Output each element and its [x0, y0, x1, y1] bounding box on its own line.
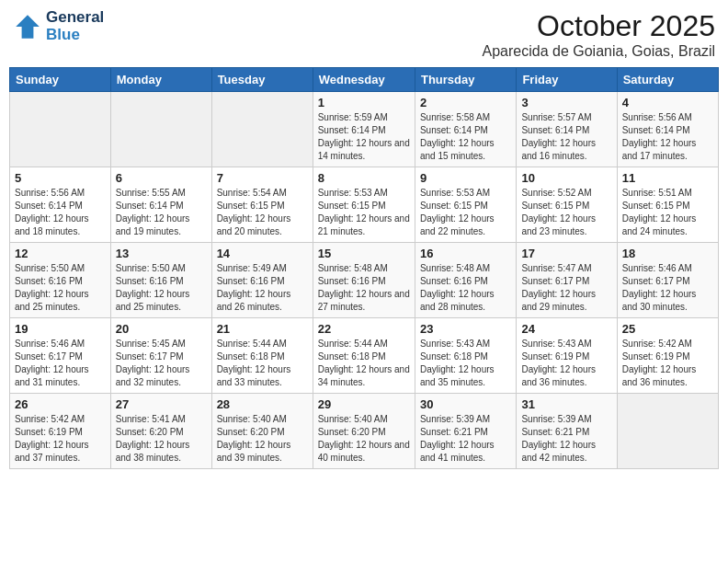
cell-content: Sunrise: 5:39 AMSunset: 6:21 PMDaylight:… — [521, 413, 611, 465]
day-number: 12 — [15, 247, 106, 260]
cell-content: Sunrise: 5:54 AMSunset: 6:15 PMDaylight:… — [217, 187, 308, 238]
day-number: 16 — [420, 247, 511, 260]
cell-content: Sunrise: 5:41 AMSunset: 6:20 PMDaylight:… — [116, 413, 207, 465]
calendar-week-row: 1Sunrise: 5:59 AMSunset: 6:14 PMDaylight… — [10, 92, 719, 167]
cell-content: Sunrise: 5:52 AMSunset: 6:15 PMDaylight:… — [521, 187, 611, 238]
cell-content: Sunrise: 5:40 AMSunset: 6:20 PMDaylight:… — [217, 413, 308, 465]
calendar-cell: 23Sunrise: 5:43 AMSunset: 6:18 PMDayligh… — [415, 318, 516, 394]
day-number: 13 — [116, 247, 207, 260]
calendar-cell: 25Sunrise: 5:42 AMSunset: 6:19 PMDayligh… — [617, 318, 718, 394]
cell-content: Sunrise: 5:56 AMSunset: 6:14 PMDaylight:… — [622, 111, 713, 163]
calendar-cell: 12Sunrise: 5:50 AMSunset: 6:16 PMDayligh… — [10, 243, 111, 318]
day-number: 22 — [318, 322, 410, 336]
calendar-cell: 10Sunrise: 5:52 AMSunset: 6:15 PMDayligh… — [517, 167, 617, 243]
weekday-header-sunday: Sunday — [10, 68, 111, 92]
calendar-week-row: 5Sunrise: 5:56 AMSunset: 6:14 PMDaylight… — [10, 167, 719, 243]
cell-content: Sunrise: 5:44 AMSunset: 6:18 PMDaylight:… — [318, 338, 410, 389]
logo: General Blue — [13, 9, 104, 43]
calendar-cell: 11Sunrise: 5:51 AMSunset: 6:15 PMDayligh… — [617, 167, 718, 243]
cell-content: Sunrise: 5:50 AMSunset: 6:16 PMDaylight:… — [15, 262, 106, 314]
day-number: 1 — [318, 96, 410, 109]
day-number: 4 — [622, 96, 713, 109]
calendar-cell: 24Sunrise: 5:43 AMSunset: 6:19 PMDayligh… — [517, 318, 617, 394]
calendar-cell — [211, 92, 313, 167]
cell-content: Sunrise: 5:58 AMSunset: 6:14 PMDaylight:… — [420, 111, 511, 163]
cell-content: Sunrise: 5:57 AMSunset: 6:14 PMDaylight:… — [521, 111, 611, 163]
day-number: 2 — [420, 96, 511, 109]
calendar-cell: 17Sunrise: 5:47 AMSunset: 6:17 PMDayligh… — [517, 243, 617, 318]
calendar-cell — [110, 92, 211, 167]
cell-content: Sunrise: 5:47 AMSunset: 6:17 PMDaylight:… — [521, 262, 611, 314]
calendar-cell — [617, 394, 718, 469]
calendar-cell: 16Sunrise: 5:48 AMSunset: 6:16 PMDayligh… — [415, 243, 516, 318]
day-number: 21 — [217, 322, 308, 336]
weekday-header-saturday: Saturday — [617, 68, 718, 92]
logo-text: General Blue — [46, 9, 104, 43]
calendar-cell: 26Sunrise: 5:42 AMSunset: 6:19 PMDayligh… — [10, 394, 111, 469]
cell-content: Sunrise: 5:39 AMSunset: 6:21 PMDaylight:… — [420, 413, 511, 465]
day-number: 29 — [318, 397, 410, 411]
day-number: 24 — [521, 322, 611, 336]
calendar-cell: 18Sunrise: 5:46 AMSunset: 6:17 PMDayligh… — [617, 243, 718, 318]
calendar-cell: 8Sunrise: 5:53 AMSunset: 6:15 PMDaylight… — [313, 167, 415, 243]
page-header: General Blue October 2025 Aparecida de G… — [9, 9, 719, 60]
calendar-cell: 5Sunrise: 5:56 AMSunset: 6:14 PMDaylight… — [10, 167, 111, 243]
svg-marker-0 — [16, 15, 40, 39]
day-number: 27 — [116, 397, 207, 411]
day-number: 3 — [521, 96, 611, 109]
day-number: 19 — [15, 322, 106, 336]
day-number: 20 — [116, 322, 207, 336]
calendar-table: SundayMondayTuesdayWednesdayThursdayFrid… — [9, 67, 719, 469]
weekday-header-wednesday: Wednesday — [313, 68, 415, 92]
calendar-cell: 1Sunrise: 5:59 AMSunset: 6:14 PMDaylight… — [313, 92, 415, 167]
location-title: Aparecida de Goiania, Goias, Brazil — [483, 43, 715, 60]
day-number: 6 — [116, 171, 207, 185]
day-number: 14 — [217, 247, 308, 260]
cell-content: Sunrise: 5:43 AMSunset: 6:18 PMDaylight:… — [420, 338, 511, 389]
calendar-cell: 28Sunrise: 5:40 AMSunset: 6:20 PMDayligh… — [211, 394, 313, 469]
day-number: 15 — [318, 247, 410, 260]
logo-icon — [13, 12, 42, 41]
calendar-cell: 14Sunrise: 5:49 AMSunset: 6:16 PMDayligh… — [211, 243, 313, 318]
day-number: 17 — [521, 247, 611, 260]
day-number: 26 — [15, 397, 106, 411]
month-title: October 2025 — [483, 9, 715, 43]
cell-content: Sunrise: 5:46 AMSunset: 6:17 PMDaylight:… — [622, 262, 713, 314]
day-number: 11 — [622, 171, 713, 185]
calendar-cell: 7Sunrise: 5:54 AMSunset: 6:15 PMDaylight… — [211, 167, 313, 243]
day-number: 10 — [521, 171, 611, 185]
cell-content: Sunrise: 5:50 AMSunset: 6:16 PMDaylight:… — [116, 262, 207, 314]
day-number: 5 — [15, 171, 106, 185]
calendar-cell: 30Sunrise: 5:39 AMSunset: 6:21 PMDayligh… — [415, 394, 516, 469]
day-number: 18 — [622, 247, 713, 260]
day-number: 28 — [217, 397, 308, 411]
cell-content: Sunrise: 5:46 AMSunset: 6:17 PMDaylight:… — [15, 338, 106, 389]
day-number: 9 — [420, 171, 511, 185]
calendar-cell: 20Sunrise: 5:45 AMSunset: 6:17 PMDayligh… — [110, 318, 211, 394]
cell-content: Sunrise: 5:44 AMSunset: 6:18 PMDaylight:… — [217, 338, 308, 389]
calendar-cell: 31Sunrise: 5:39 AMSunset: 6:21 PMDayligh… — [517, 394, 617, 469]
calendar-cell: 19Sunrise: 5:46 AMSunset: 6:17 PMDayligh… — [10, 318, 111, 394]
calendar-week-row: 19Sunrise: 5:46 AMSunset: 6:17 PMDayligh… — [10, 318, 719, 394]
day-number: 8 — [318, 171, 410, 185]
day-number: 7 — [217, 171, 308, 185]
calendar-week-row: 12Sunrise: 5:50 AMSunset: 6:16 PMDayligh… — [10, 243, 719, 318]
calendar-cell: 22Sunrise: 5:44 AMSunset: 6:18 PMDayligh… — [313, 318, 415, 394]
cell-content: Sunrise: 5:53 AMSunset: 6:15 PMDaylight:… — [318, 187, 410, 238]
calendar-cell: 3Sunrise: 5:57 AMSunset: 6:14 PMDaylight… — [517, 92, 617, 167]
cell-content: Sunrise: 5:42 AMSunset: 6:19 PMDaylight:… — [15, 413, 106, 465]
calendar-cell: 21Sunrise: 5:44 AMSunset: 6:18 PMDayligh… — [211, 318, 313, 394]
day-number: 23 — [420, 322, 511, 336]
weekday-header-thursday: Thursday — [415, 68, 516, 92]
cell-content: Sunrise: 5:53 AMSunset: 6:15 PMDaylight:… — [420, 187, 511, 238]
calendar-cell: 29Sunrise: 5:40 AMSunset: 6:20 PMDayligh… — [313, 394, 415, 469]
cell-content: Sunrise: 5:49 AMSunset: 6:16 PMDaylight:… — [217, 262, 308, 314]
cell-content: Sunrise: 5:56 AMSunset: 6:14 PMDaylight:… — [15, 187, 106, 238]
cell-content: Sunrise: 5:45 AMSunset: 6:17 PMDaylight:… — [116, 338, 207, 389]
cell-content: Sunrise: 5:51 AMSunset: 6:15 PMDaylight:… — [622, 187, 713, 238]
day-number: 25 — [622, 322, 713, 336]
day-number: 30 — [420, 397, 511, 411]
calendar-week-row: 26Sunrise: 5:42 AMSunset: 6:19 PMDayligh… — [10, 394, 719, 469]
calendar-cell: 9Sunrise: 5:53 AMSunset: 6:15 PMDaylight… — [415, 167, 516, 243]
calendar-cell: 15Sunrise: 5:48 AMSunset: 6:16 PMDayligh… — [313, 243, 415, 318]
